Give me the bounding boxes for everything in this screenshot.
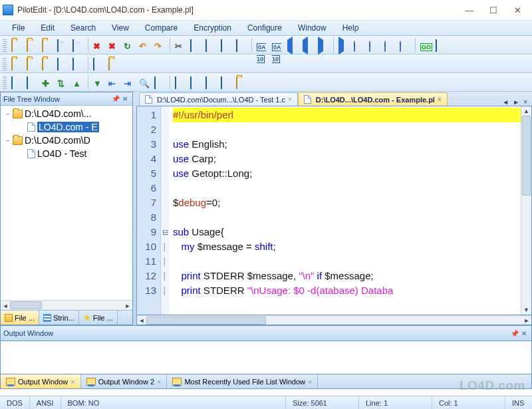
tab-close-icon[interactable]: × (70, 378, 74, 386)
pin-icon[interactable]: 📌 (111, 94, 120, 104)
menu-compare[interactable]: Compare (137, 22, 186, 34)
scroll-right-icon[interactable]: ► (522, 317, 531, 324)
fold-toggle-icon[interactable]: ⊟ (161, 225, 169, 239)
find-button[interactable]: 🔍 (137, 75, 152, 90)
scroll-right-icon[interactable]: ► (123, 301, 132, 311)
menu-help[interactable]: Help (334, 22, 367, 34)
plus-green-button[interactable]: ✚ (40, 75, 55, 90)
square-c-button[interactable] (91, 57, 106, 71)
save-button[interactable] (55, 38, 70, 53)
code-line[interactable]: #!/usr/bin/perl (173, 108, 521, 122)
code-line[interactable]: use Carp; (173, 152, 521, 166)
redo-button[interactable]: ↷ (152, 38, 167, 53)
code-line[interactable]: print STDERR $message, "\n" if $message; (173, 269, 521, 283)
file-tree-tab[interactable]: Strin... (39, 311, 79, 325)
find-users-4-button[interactable] (398, 38, 412, 53)
code-line[interactable]: sub Usage{ (173, 225, 521, 239)
code-line[interactable] (173, 181, 521, 196)
delete-button[interactable]: ✖ (91, 38, 106, 53)
open-folder-button[interactable] (25, 38, 39, 53)
prev-button[interactable] (285, 38, 300, 53)
paste-special-button[interactable] (219, 38, 233, 53)
folder-b-button[interactable] (25, 57, 39, 71)
sync-button[interactable]: ⇅ (55, 75, 70, 90)
expand-button[interactable] (234, 75, 249, 90)
toolbar-grip[interactable] (3, 39, 7, 52)
tab-prev-icon[interactable]: ◄ (500, 98, 511, 106)
scroll-thumb[interactable] (10, 301, 42, 309)
file-tree-tab[interactable]: File ... (1, 311, 39, 325)
folder-a-button[interactable] (9, 57, 24, 71)
next-button[interactable] (316, 38, 331, 53)
find-users-3-button[interactable] (382, 38, 397, 53)
square-a-button[interactable] (55, 57, 70, 71)
file-tree-tab[interactable]: File ... (79, 311, 118, 325)
hex-view-button[interactable]: 0A10 (255, 38, 269, 53)
menu-edit[interactable]: Edit (33, 22, 63, 34)
code-line[interactable] (173, 254, 521, 269)
output-tab[interactable]: Output Window 2 × (81, 374, 168, 388)
move-v-button[interactable] (173, 75, 188, 90)
menu-view[interactable]: View (104, 22, 137, 34)
code-line[interactable]: use Getopt::Long; (173, 166, 521, 181)
folder-arrow-button[interactable] (106, 57, 121, 71)
add-box-b-button[interactable] (203, 75, 218, 90)
cut-button[interactable]: ✂ (173, 38, 188, 53)
code-line[interactable] (173, 122, 521, 137)
delete-all-button[interactable]: ✖ (106, 38, 121, 53)
find-users-2-button[interactable] (367, 38, 382, 53)
output-tab[interactable]: Output Window × (1, 374, 81, 388)
save-all-button[interactable] (70, 38, 85, 53)
hscroll-thumb[interactable] (146, 317, 266, 325)
copy-up-button[interactable] (9, 75, 24, 90)
code-line[interactable]: use English; (173, 137, 521, 152)
copy-button[interactable] (188, 38, 203, 53)
scroll-left-icon[interactable]: ◄ (1, 301, 10, 311)
close-panel-icon[interactable]: ✕ (519, 329, 529, 338)
fold-column[interactable]: ⊟││││ (161, 106, 169, 315)
code-line[interactable]: $debug=0; (173, 196, 521, 210)
code-body[interactable]: #!/usr/bin/perluse English;use Carp;use … (169, 106, 521, 315)
add-box-a-button[interactable] (188, 75, 203, 90)
code-line[interactable]: my $message = shift; (173, 239, 521, 254)
close-button[interactable]: ✕ (505, 3, 529, 17)
tab-close-icon[interactable]: × (308, 378, 312, 386)
tab-close-all-icon[interactable]: × (521, 98, 529, 106)
square-b-button[interactable] (70, 57, 85, 71)
tab-close-icon[interactable]: × (157, 378, 161, 386)
minimize-button[interactable]: — (458, 3, 481, 17)
new-folder-button[interactable] (9, 38, 24, 53)
code-line[interactable]: print STDERR "\nUsage: $0 -d(atabase) Da… (173, 283, 521, 298)
output-tab[interactable]: Most Recently Used File List Window × (167, 374, 318, 388)
numeric-view-button[interactable]: 0A10 (270, 38, 285, 53)
paste-button[interactable] (203, 38, 218, 53)
tree-folder-node[interactable]: −D:\LO4D.com\D (1, 134, 132, 147)
editor-vscroll[interactable]: ▲ ▼ (521, 106, 531, 315)
document-tab[interactable]: D:\LO4D...\LO4D.com - Example.pl× (298, 92, 448, 106)
tree-toggle-icon[interactable]: − (3, 137, 13, 144)
editor-hscroll[interactable]: ◄ ► (136, 315, 532, 325)
maximize-button[interactable]: ☐ (481, 3, 505, 17)
help-button[interactable] (434, 38, 448, 53)
toolbar-grip[interactable] (3, 57, 7, 70)
code-editor[interactable]: 12345678910111213 ⊟││││ #!/usr/bin/perlu… (136, 106, 532, 315)
tab-close-icon[interactable]: × (288, 96, 292, 103)
goto-button[interactable]: GO (418, 38, 433, 53)
open-folder-blue-button[interactable] (40, 38, 55, 53)
up-green-button[interactable]: ▲ (70, 75, 85, 90)
menu-configure[interactable]: Configure (239, 22, 290, 34)
scroll-up-icon[interactable]: ▲ (521, 106, 531, 116)
tab-next-icon[interactable]: ► (511, 98, 521, 106)
menu-file[interactable]: File (4, 22, 33, 34)
document-tab[interactable]: D:\LO4D.com\Docum...\LO4D - Test 1.c× (139, 92, 298, 106)
menu-search[interactable]: Search (63, 22, 104, 34)
scroll-left-icon[interactable]: ◄ (137, 317, 146, 324)
close-panel-icon[interactable]: ✕ (120, 94, 130, 104)
select-all-button[interactable] (234, 38, 249, 53)
indent-out-button[interactable]: ⇤ (106, 75, 121, 90)
next-fast-button[interactable] (336, 38, 351, 53)
vscroll-thumb[interactable] (522, 116, 531, 196)
output-body[interactable] (0, 341, 532, 374)
bookmark-button[interactable] (152, 75, 167, 90)
undo-button[interactable]: ↶ (137, 38, 152, 53)
